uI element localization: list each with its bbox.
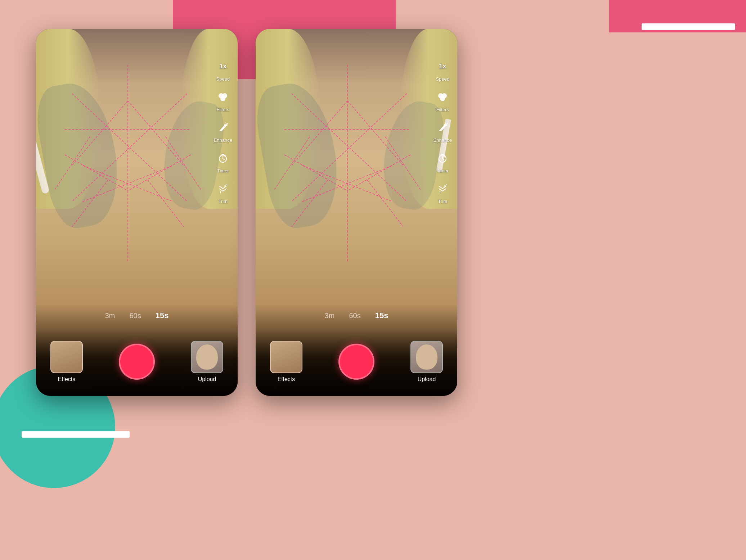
svg-line-47 [447, 123, 448, 124]
upload-button-right[interactable]: Upload [410, 341, 443, 383]
svg-line-27 [225, 185, 227, 185]
effects-button-right[interactable]: Effects [270, 341, 302, 383]
duration-3m-r[interactable]: 3m [325, 312, 335, 320]
enhance-label: Enhance [214, 137, 232, 143]
bg-decoration-white-bar-bottom [22, 431, 130, 438]
upload-thumb-inner-right [411, 342, 442, 372]
svg-line-18 [225, 123, 226, 124]
svg-point-26 [224, 185, 225, 187]
svg-point-17 [225, 124, 228, 126]
duration-15s-r[interactable]: 15s [375, 311, 388, 320]
toolbar-item-trim-r[interactable]: Trim [434, 180, 451, 204]
bg-decoration-white-bar-top [642, 23, 735, 30]
effects-label-left: Effects [58, 376, 76, 383]
trim-icon-r [434, 180, 451, 197]
toolbar-item-enhance-r[interactable]: Enhance [433, 119, 452, 143]
upload-label-left: Upload [198, 376, 216, 383]
upload-label-right: Upload [418, 376, 436, 383]
phone-right: 1x Speed Filters [256, 29, 457, 396]
phones-container: 1x Speed Filters [36, 29, 457, 396]
upload-thumb-inner-left [192, 342, 223, 372]
record-btn-inner-right [342, 347, 371, 376]
effects-thumbnail-left [50, 341, 83, 373]
toolbar-item-filters[interactable]: Filters [214, 88, 232, 112]
toolbar-item-timer-r[interactable]: 3 Timer [434, 149, 451, 173]
timer-label-r: Timer [437, 168, 449, 173]
svg-point-16 [220, 96, 225, 101]
timer-icon-r: 3 [434, 149, 451, 167]
svg-line-22 [223, 159, 225, 160]
svg-text:3: 3 [444, 154, 446, 157]
svg-text:3: 3 [224, 154, 226, 157]
trim-icon [214, 180, 232, 197]
filters-label: Filters [217, 107, 229, 112]
toolbar-item-timer[interactable]: 3 Timer [214, 149, 232, 173]
bottom-controls-right: Effects Upload [256, 331, 457, 396]
effects-thumb-inner-left [51, 342, 82, 372]
speed-label-r: Speed [436, 76, 450, 82]
timer-icon: 3 [214, 149, 232, 167]
face-silhouette-left [196, 344, 218, 370]
filters-label-r: Filters [436, 107, 449, 112]
duration-3m[interactable]: 3m [105, 312, 115, 320]
duration-15s[interactable]: 15s [156, 311, 169, 320]
toolbar-item-trim[interactable]: Trim [214, 180, 232, 204]
phone-left-screen: 1x Speed Filters [36, 29, 238, 396]
effects-button-left[interactable]: Effects [50, 341, 83, 383]
effects-label-right: Effects [278, 376, 295, 383]
duration-bar-left: 3m 60s 15s [36, 307, 238, 324]
upload-thumbnail-left [191, 341, 223, 373]
svg-line-55 [445, 185, 447, 185]
speed-label: Speed [216, 76, 230, 82]
svg-point-45 [445, 124, 447, 126]
phone-left: 1x Speed Filters [36, 29, 238, 396]
speed-icon-r: 1x [434, 58, 451, 75]
duration-bar-right: 3m 60s 15s [256, 307, 457, 324]
toolbar-item-filters-r[interactable]: Filters [434, 88, 451, 112]
enhance-icon [214, 119, 232, 136]
trim-label: Trim [219, 199, 228, 204]
duration-60s[interactable]: 60s [129, 312, 141, 320]
effects-thumb-inner-right [271, 342, 302, 372]
svg-point-54 [444, 185, 445, 187]
svg-line-50 [442, 159, 444, 160]
effects-thumbnail-right [270, 341, 302, 373]
bottom-controls-left: Effects Upload [36, 331, 238, 396]
phone-right-screen: 1x Speed Filters [256, 29, 457, 396]
filters-icon [214, 88, 232, 105]
trim-label-r: Trim [438, 199, 448, 204]
speed-icon: 1x [214, 58, 232, 75]
enhance-label-r: Enhance [433, 137, 452, 143]
record-button-left[interactable] [119, 344, 155, 380]
svg-line-19 [227, 123, 228, 124]
upload-thumbnail-right [410, 341, 443, 373]
enhance-icon-r [434, 119, 451, 136]
timer-label: Timer [217, 168, 229, 173]
toolbar-item-enhance[interactable]: Enhance [214, 119, 232, 143]
right-toolbar-left: 1x Speed Filters [214, 58, 232, 204]
record-btn-inner-left [122, 347, 151, 376]
svg-line-46 [445, 123, 446, 124]
toolbar-item-speed-r[interactable]: 1x Speed [434, 58, 451, 82]
right-toolbar-right: 1x Speed Filters [433, 58, 452, 204]
svg-point-44 [440, 96, 445, 101]
filters-icon-r [434, 88, 451, 105]
toolbar-item-speed[interactable]: 1x Speed [214, 58, 232, 82]
duration-60s-r[interactable]: 60s [349, 312, 360, 320]
record-button-right[interactable] [338, 344, 374, 380]
upload-button-left[interactable]: Upload [191, 341, 223, 383]
face-silhouette-right [416, 344, 437, 370]
